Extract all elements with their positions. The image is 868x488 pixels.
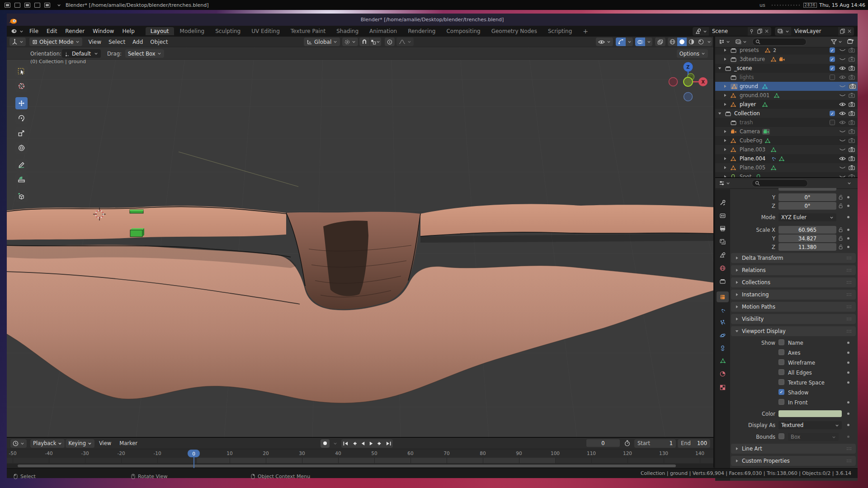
checkbox-all-edges[interactable] bbox=[778, 369, 784, 375]
outliner-row-player[interactable]: player bbox=[715, 100, 858, 109]
timeline-menu-marker[interactable]: Marker bbox=[116, 440, 141, 446]
exclude-checkbox[interactable]: ✓ bbox=[830, 111, 835, 116]
tab-scripting[interactable]: Scripting bbox=[543, 27, 577, 35]
lock-open-icon[interactable] bbox=[839, 244, 843, 249]
animate-dot[interactable] bbox=[847, 436, 849, 438]
animate-dot[interactable] bbox=[847, 237, 849, 239]
outliner-row-cubefog[interactable]: CubeFog bbox=[715, 136, 858, 145]
timeline-menu-keying[interactable]: Keying bbox=[66, 439, 94, 448]
disclosure-right-icon[interactable] bbox=[723, 84, 727, 88]
outliner-row-plane-005[interactable]: Plane.005 bbox=[715, 163, 858, 172]
auto-key-dropdown[interactable] bbox=[333, 441, 337, 446]
gizmos-toggle[interactable] bbox=[616, 38, 626, 46]
viewport-menu-view[interactable]: View bbox=[85, 39, 105, 45]
tab-shading[interactable]: Shading bbox=[331, 27, 363, 35]
properties-tab-texture[interactable] bbox=[717, 382, 729, 393]
properties-search-input[interactable] bbox=[762, 180, 804, 187]
transform-orientation-selector[interactable]: Global bbox=[304, 38, 340, 46]
lock-open-icon[interactable] bbox=[839, 227, 843, 232]
scene-name[interactable]: Scene bbox=[709, 27, 748, 36]
animate-dot[interactable] bbox=[847, 381, 849, 384]
visibility-toggle[interactable] bbox=[839, 66, 846, 70]
disclosure-right-icon[interactable] bbox=[723, 166, 727, 169]
new-view-layer-icon[interactable] bbox=[838, 28, 847, 34]
shading-rendered-button[interactable] bbox=[696, 38, 706, 46]
visibility-toggle[interactable] bbox=[839, 130, 846, 133]
disclosure-down-icon[interactable] bbox=[718, 112, 722, 115]
tool-measure[interactable] bbox=[15, 173, 28, 185]
scrollbar-thumb[interactable] bbox=[18, 465, 676, 467]
animate-dot[interactable] bbox=[847, 361, 849, 364]
visibility-toggle[interactable] bbox=[839, 120, 846, 125]
lock-open-icon[interactable] bbox=[839, 203, 843, 208]
disclosure-right-icon[interactable] bbox=[723, 130, 727, 133]
timeline-editor-selector[interactable] bbox=[10, 439, 27, 448]
render-visibility-toggle[interactable] bbox=[849, 111, 855, 116]
disclosure-down-icon[interactable] bbox=[718, 66, 722, 70]
outliner-row-collection[interactable]: Collection✓ bbox=[715, 109, 858, 118]
properties-tab-physics[interactable] bbox=[717, 330, 729, 341]
play-button[interactable] bbox=[367, 439, 376, 448]
os-app-icon-4[interactable] bbox=[34, 3, 40, 8]
tab-texture-paint[interactable]: Texture Paint bbox=[286, 27, 330, 35]
outliner-row-3dtexture[interactable]: 3dtexture✓ bbox=[715, 55, 858, 64]
display-as-dropdown[interactable]: Textured bbox=[778, 421, 842, 429]
scene-icon[interactable] bbox=[693, 28, 703, 34]
panel-viewport-display[interactable]: Viewport Display bbox=[731, 326, 856, 336]
tab-uv-editing[interactable]: UV Editing bbox=[246, 27, 285, 35]
visibility-toggle[interactable] bbox=[839, 148, 846, 151]
outliner-search-input[interactable] bbox=[762, 38, 803, 45]
animate-dot[interactable] bbox=[847, 413, 849, 415]
timeline-menu-playback[interactable]: Playback bbox=[30, 439, 65, 448]
tab-sculpting[interactable]: Sculpting bbox=[210, 27, 245, 35]
blender-menu-icon[interactable] bbox=[10, 28, 18, 34]
render-visibility-toggle[interactable] bbox=[849, 102, 855, 107]
viewport-menu-object[interactable]: Object bbox=[146, 39, 171, 45]
outliner-search[interactable] bbox=[752, 38, 807, 46]
navigation-gizmo[interactable]: y Z X bbox=[659, 56, 708, 105]
xray-toggle[interactable] bbox=[655, 38, 665, 46]
properties-tab-material[interactable] bbox=[717, 368, 729, 379]
menu-edit[interactable]: Edit bbox=[42, 28, 61, 34]
auto-key-button[interactable] bbox=[321, 439, 330, 448]
properties-filter-dropdown[interactable] bbox=[847, 181, 851, 185]
orientation-dropdown[interactable]: Default bbox=[62, 49, 101, 58]
shading-wireframe-button[interactable] bbox=[668, 38, 677, 46]
snap-target-selector[interactable] bbox=[369, 38, 381, 46]
outliner-row-presets[interactable]: presets2✓ bbox=[715, 46, 858, 55]
bounds-dropdown[interactable]: Box bbox=[788, 433, 839, 441]
shading-solid-button[interactable] bbox=[677, 38, 687, 46]
color-swatch[interactable] bbox=[778, 410, 842, 417]
exclude-checkbox[interactable] bbox=[830, 120, 835, 125]
shading-dropdown[interactable] bbox=[706, 38, 712, 46]
viewport-3d[interactable]: User Perspective (0) Collection | ground… bbox=[7, 37, 714, 437]
checkbox-texture-space[interactable] bbox=[778, 379, 784, 385]
panel-line-art[interactable]: Line Art bbox=[731, 444, 856, 454]
timeline-scrollbar[interactable] bbox=[7, 464, 713, 468]
animate-dot[interactable] bbox=[847, 216, 849, 218]
lock-open-icon[interactable] bbox=[839, 195, 843, 200]
checkbox-shadow[interactable]: ✓ bbox=[778, 389, 784, 395]
tool-annotate[interactable] bbox=[15, 159, 28, 171]
tab-animation[interactable]: Animation bbox=[364, 27, 402, 35]
disclosure-right-icon[interactable] bbox=[723, 175, 727, 178]
panel-instancing[interactable]: Instancing bbox=[731, 290, 856, 300]
checkbox-wireframe[interactable] bbox=[778, 359, 784, 365]
properties-tab-world[interactable] bbox=[717, 263, 729, 273]
current-frame-badge[interactable]: 0 bbox=[188, 450, 200, 457]
outliner-display-mode[interactable] bbox=[736, 39, 747, 45]
proportional-falloff-selector[interactable] bbox=[396, 38, 414, 46]
exclude-checkbox[interactable]: ✓ bbox=[830, 66, 835, 71]
disclosure-right-icon[interactable] bbox=[723, 94, 727, 97]
outliner-row-plane-003[interactable]: Plane.003 bbox=[715, 145, 858, 154]
os-app-launchers[interactable] bbox=[0, 3, 66, 8]
proportional-editing-toggle[interactable] bbox=[385, 38, 395, 46]
mode-selector[interactable]: Object Mode bbox=[29, 38, 82, 46]
render-visibility-toggle[interactable] bbox=[849, 47, 855, 53]
snap-toggle[interactable] bbox=[359, 38, 369, 46]
overlays-toggle[interactable] bbox=[635, 38, 645, 46]
editor-type-selector[interactable] bbox=[9, 38, 26, 46]
visibility-toggle[interactable] bbox=[839, 175, 846, 178]
render-visibility-toggle[interactable] bbox=[849, 147, 855, 152]
visibility-toggle[interactable] bbox=[839, 94, 846, 97]
